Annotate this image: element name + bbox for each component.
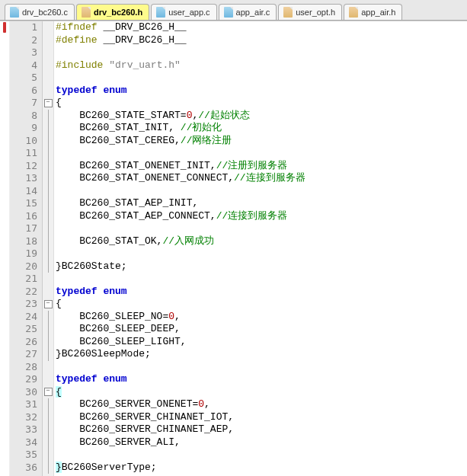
tab-user_app-c[interactable]: user_app.c [151,4,216,20]
bookmark-cell [0,260,9,273]
code-line[interactable]: { [56,298,467,311]
line-number: 30 [10,386,37,399]
bookmark-cell [0,423,9,436]
code-line[interactable]: BC260_SLEEP_LIGHT, [56,336,467,349]
bookmark-cell [0,273,9,286]
line-number: 26 [10,336,37,349]
code-line[interactable] [56,248,467,260]
tab-app_air-c[interactable]: app_air.c [219,4,277,20]
fold-guide-icon [48,336,49,349]
line-number: 15 [10,197,37,210]
token-kw: enum [103,373,126,385]
line-number: 7 [10,97,37,110]
code-line[interactable] [56,222,467,235]
fold-toggle-icon[interactable]: − [44,99,53,107]
fold-cell[interactable]: − [43,97,53,110]
bookmark-cell [0,235,9,248]
fold-cell [43,449,53,462]
code-line[interactable]: BC260_STATE_START=0,//起始状态 [56,110,467,123]
code-line[interactable]: BC260_SERVER_CHINANET_AEP, [56,423,467,436]
tab-label: drv_bc260.c [22,8,68,17]
bookmark-cell [0,323,9,336]
token-id: BC260_SERVER_ALI, [56,436,181,448]
tab-drv_bc260-h[interactable]: drv_bc260.h [76,4,149,20]
line-number: 3 [10,46,37,59]
code-line[interactable] [56,449,467,462]
fold-cell [43,197,53,210]
fold-cell [43,348,53,361]
fold-cell [43,72,53,85]
code-line[interactable] [56,72,467,85]
bookmark-icon [3,22,6,33]
code-line[interactable]: BC260_SLEEP_NO=0, [56,311,467,324]
code-area[interactable]: #ifndef __DRV_BC26_H__#define __DRV_BC26… [54,21,467,476]
code-line[interactable] [56,185,467,198]
token-str: "drv_uart.h" [109,59,181,71]
code-line[interactable]: }BC260SleepMode; [56,348,467,361]
code-line[interactable]: BC260_STAT_AEP_INIT, [56,197,467,210]
fold-guide-icon [48,449,49,462]
bookmark-cell [0,373,9,386]
code-line[interactable]: typedef enum [56,85,467,97]
token-com: //注册到服务器 [216,160,288,171]
token-hl: { [56,386,62,398]
code-line[interactable]: { [56,97,467,110]
code-line[interactable]: BC260_STAT_AEP_CONNECT,//连接到服务器 [56,210,467,223]
code-line[interactable] [56,46,467,59]
line-number: 19 [10,248,37,260]
code-line[interactable]: BC260_SLEEP_DEEP, [56,323,467,336]
fold-toggle-icon[interactable]: − [44,300,53,308]
bookmark-cell [0,21,9,34]
code-line[interactable]: #include "drv_uart.h" [56,59,467,72]
token-id: __DRV_BC26_H__ [98,34,187,46]
code-line[interactable]: BC260_STAT_ONENET_CONNECT,//连接到服务器 [56,172,467,185]
code-line[interactable]: BC260_SERVER_ALI, [56,436,467,449]
code-editor[interactable]: 1234567891011121314151617181920212223242… [0,21,467,476]
token-com: //网络注册 [181,135,232,146]
code-line[interactable]: #define __DRV_BC26_H__ [56,34,467,47]
fold-toggle-icon[interactable]: − [44,388,53,396]
fold-guide-icon [48,348,49,361]
line-number: 34 [10,436,37,449]
fold-cell[interactable]: − [43,298,53,311]
token-kw: typedef [56,85,98,96]
code-line[interactable] [56,361,467,374]
file-c-icon [224,7,233,18]
token-id: BC260_SERVER_ONENET= [56,398,198,410]
fold-cell [43,85,53,97]
code-line[interactable]: typedef enum [56,286,467,299]
code-line[interactable]: BC260_STAT_INIT, //初始化 [56,122,467,135]
fold-guide-icon [48,423,49,436]
line-number: 14 [10,185,37,198]
fold-cell[interactable]: − [43,386,53,399]
code-line[interactable]: BC260_SERVER_ONENET=0, [56,398,467,411]
code-line[interactable]: }BC260State; [56,260,467,273]
token-id: BC260_STATE_START= [56,110,187,121]
code-line[interactable]: { [56,386,467,399]
tab-user_opt-h[interactable]: user_opt.h [278,4,342,20]
code-line[interactable]: BC260_STAT_CEREG,//网络注册 [56,135,467,148]
code-line[interactable]: BC260_STAT_OK,//入网成功 [56,235,467,248]
bookmark-cell [0,286,9,299]
fold-cell [43,110,53,123]
code-line[interactable] [56,147,467,160]
code-line[interactable] [56,273,467,286]
token-id: , [174,311,181,322]
token-id: { [56,298,62,309]
bookmark-cell [0,160,9,173]
code-line[interactable]: typedef enum [56,373,467,386]
line-number: 9 [10,122,37,135]
line-number: 32 [10,411,37,424]
bookmark-cell [0,248,9,260]
tab-app_air-h[interactable]: app_air.h [344,4,402,20]
fold-cell [43,21,53,34]
code-line[interactable]: BC260_SERVER_CHINANET_IOT, [56,411,467,424]
fold-guide-icon [48,398,49,411]
line-number: 4 [10,59,37,72]
code-line[interactable]: #ifndef __DRV_BC26_H__ [56,21,467,34]
line-number: 2 [10,34,37,47]
code-line[interactable]: }BC260ServerType; [56,462,467,474]
code-line[interactable]: BC260_STAT_ONENET_INIT,//注册到服务器 [56,160,467,173]
token-id: , [204,398,210,410]
tab-drv_bc260-c[interactable]: drv_bc260.c [5,4,75,20]
